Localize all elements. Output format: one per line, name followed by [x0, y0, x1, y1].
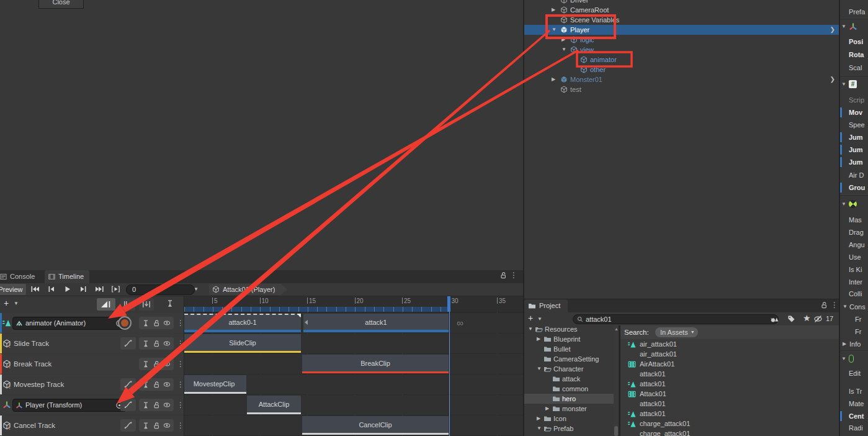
ripple-mode-button[interactable]	[120, 298, 135, 311]
project-folder-attack[interactable]: attack	[524, 374, 619, 384]
disclosure-open-icon[interactable]: ▼	[528, 325, 533, 334]
disclosure-closed-icon[interactable]: ▶	[537, 334, 540, 344]
pin-icon[interactable]	[142, 381, 150, 388]
lock-icon[interactable]	[153, 381, 160, 388]
hierarchy-item-driver[interactable]: Driver	[524, 0, 839, 5]
scroll-up-icon[interactable]: ▲	[614, 327, 619, 331]
clip-cancelclip[interactable]: CancelClip	[302, 416, 449, 435]
tab-timeline[interactable]: Timeline	[45, 270, 89, 283]
search-result-attack01[interactable]: attack01	[620, 379, 839, 389]
previous-frame-button[interactable]	[43, 284, 59, 295]
hierarchy-item-test[interactable]: test	[524, 84, 839, 94]
component-header-csharp[interactable]: ▼#	[840, 79, 868, 91]
mix-mode-button[interactable]	[97, 298, 115, 311]
playhead-line[interactable]	[449, 312, 450, 436]
project-folder-prefab[interactable]: ▼Prefab	[524, 424, 619, 434]
curves-toggle-button[interactable]	[120, 419, 136, 432]
tab-console[interactable]: Console	[0, 270, 40, 283]
track-header-break-track[interactable]: {}Break Track⋮	[0, 354, 184, 374]
eye-icon[interactable]	[163, 422, 171, 429]
eye-icon[interactable]	[163, 340, 171, 347]
curves-toggle-button[interactable]	[120, 337, 136, 350]
disclosure-open-icon[interactable]: ▼	[537, 424, 542, 434]
project-folder-bullet[interactable]: Bullet	[524, 344, 619, 354]
lock-icon[interactable]	[153, 401, 160, 409]
panel-divider-vertical[interactable]	[523, 0, 524, 436]
pin-icon[interactable]	[142, 422, 150, 429]
pin-icon[interactable]	[142, 319, 150, 327]
search-result-air_attack01[interactable]: air_attack01	[620, 349, 839, 359]
clip-attack1[interactable]: attack1	[303, 314, 449, 332]
kebab-menu-icon[interactable]: ⋮	[831, 301, 838, 309]
tab-project[interactable]: Project	[524, 299, 568, 312]
search-by-label-icon[interactable]	[787, 314, 796, 324]
search-result-charge_attack01[interactable]: charge_attack01	[620, 419, 839, 429]
track-binding-field[interactable]: Player (Transform)	[12, 399, 127, 412]
lock-icon[interactable]	[153, 422, 160, 429]
track-kebab-icon[interactable]: ⋮	[177, 416, 184, 435]
project-folder-character[interactable]: ▼Character	[524, 364, 619, 374]
component-header-capsule[interactable]: ▼	[840, 354, 868, 365]
disclosure-closed-icon[interactable]: ▶	[552, 5, 555, 15]
component-header-transform-axes[interactable]: ▼	[840, 22, 868, 33]
hierarchy-item-scene-variables[interactable]: Scene Variables	[524, 15, 839, 25]
search-result-attack01[interactable]: attack01	[620, 369, 839, 379]
create-asset-dropdown[interactable]: ▼	[537, 316, 542, 322]
hierarchy-item-other[interactable]: other	[524, 65, 839, 75]
search-result-airattack01[interactable]: AirAttack01	[620, 359, 839, 369]
clip-breakclip[interactable]: BreakClip	[302, 355, 449, 373]
eye-icon[interactable]	[163, 319, 171, 327]
panel-divider-vertical-2[interactable]	[839, 0, 840, 436]
clip-movestepclip[interactable]: MovestepClip	[184, 375, 246, 394]
favorites-star-icon[interactable]: ★	[803, 313, 812, 322]
search-scope-dropdown[interactable]: In Assets▼	[655, 327, 698, 337]
track-header-movestep-track[interactable]: {}Movestep Track⋮	[0, 375, 184, 394]
search-result-attack01[interactable]: attack01	[620, 409, 839, 419]
search-result-charge_attack01[interactable]: charge_attack01	[620, 429, 839, 436]
close-button[interactable]: Close	[38, 0, 84, 9]
scrollbar-thumb[interactable]	[614, 426, 618, 436]
foldout-open-icon[interactable]: ▼	[841, 22, 846, 32]
next-frame-button[interactable]	[76, 284, 91, 295]
lock-icon[interactable]	[499, 271, 507, 280]
hierarchy-item-animator[interactable]: animator	[524, 55, 839, 65]
search-result-attack01[interactable]: Attack01	[620, 389, 839, 399]
kebab-menu-icon[interactable]: ⋮	[510, 271, 517, 279]
replace-mode-button[interactable]	[139, 298, 154, 311]
lock-icon[interactable]	[820, 301, 828, 310]
component-header-rigidbody[interactable]: ▼	[840, 199, 868, 211]
frame-number-field[interactable]: 0	[126, 284, 195, 295]
timeline-breadcrumb[interactable]: Attack01 (Player)	[209, 284, 287, 295]
project-folder-blueprint[interactable]: ▶Blueprint	[524, 334, 619, 344]
goto-start-button[interactable]	[27, 284, 43, 295]
project-folder-camerasetting[interactable]: CameraSetting	[524, 354, 619, 364]
marker-pin-icon[interactable]	[166, 299, 174, 308]
frame-field-dropdown[interactable]: ▼	[194, 286, 199, 292]
track-kebab-icon[interactable]: ⋮	[177, 354, 184, 374]
pin-icon[interactable]	[142, 340, 150, 347]
track-header-cancel-track[interactable]: {}Cancel Track⋮	[0, 416, 184, 435]
track-kebab-icon[interactable]: ⋮	[177, 395, 184, 415]
project-search-field[interactable]: attack01 ×	[573, 314, 779, 324]
project-folder-common[interactable]: common	[524, 384, 619, 394]
disclosure-closed-icon[interactable]: ▶	[545, 404, 549, 414]
search-result-air_attack01[interactable]: air_attack01	[620, 339, 839, 349]
timeline-end-marker[interactable]	[447, 296, 450, 312]
chevron-right-icon[interactable]: ❯	[830, 75, 835, 84]
disclosure-open-icon[interactable]: ▼	[562, 45, 566, 55]
clip-attack0-1[interactable]: attack0-1	[184, 314, 301, 332]
disclosure-open-icon[interactable]: ▼	[843, 301, 848, 312]
project-folder-hero[interactable]: hero	[524, 394, 619, 404]
project-folder-monster[interactable]: ▶monster	[524, 404, 619, 414]
curves-toggle-button[interactable]	[120, 399, 136, 411]
play-button[interactable]	[60, 284, 75, 295]
disclosure-closed-icon[interactable]: ▶	[562, 35, 565, 45]
add-track-button[interactable]: +	[4, 298, 9, 308]
pin-icon[interactable]	[142, 360, 150, 368]
disclosure-closed-icon[interactable]: ▶	[843, 338, 846, 350]
add-track-dropdown[interactable]: ▼	[14, 301, 19, 306]
eye-icon[interactable]	[163, 381, 171, 388]
play-range-button[interactable]	[108, 284, 123, 295]
disclosure-open-icon[interactable]: ▼	[537, 364, 542, 374]
project-folder-icon[interactable]: ▶Icon	[524, 414, 619, 424]
